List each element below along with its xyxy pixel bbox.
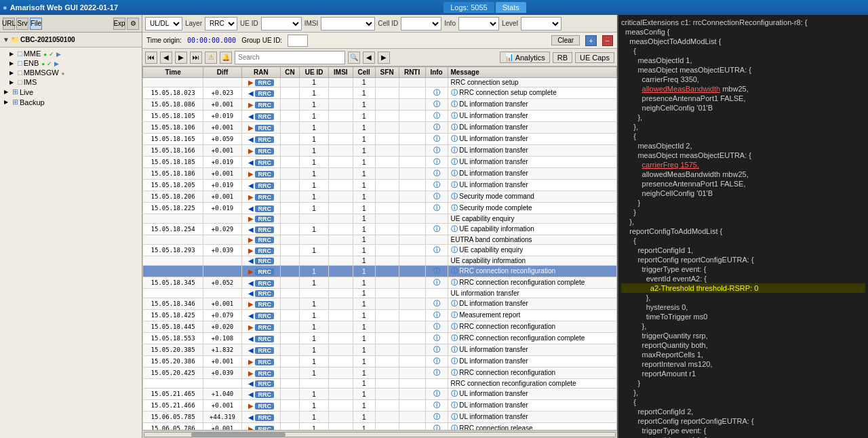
cell-cell: 1: [353, 145, 375, 157]
cell-info: ⓘ: [425, 99, 448, 111]
nav-warn-btn[interactable]: ⚠: [205, 52, 217, 64]
cell-message: ⓘ DL information transfer: [448, 168, 616, 180]
ue-id-select[interactable]: [261, 17, 302, 31]
table-row[interactable]: 15.05.18.293 +0.039 ▶ RRC 1 1 ⓘ ⓘ UE cap…: [143, 245, 617, 256]
sidebar-item-mbmsgw[interactable]: ▶ □ MBMSGW ●: [1, 68, 140, 77]
tree-expand-icon[interactable]: ▼: [3, 36, 9, 43]
sidebar-item-live[interactable]: ▶ ⊞ Live: [1, 87, 140, 97]
table-row[interactable]: 15.05.21.466 +0.001 ▶ RRC 1 1 ⓘ ⓘ DL inf…: [143, 400, 617, 412]
rrc-badge: RRC: [255, 113, 274, 120]
nav-next-btn[interactable]: ▶: [175, 52, 187, 64]
cell-message: EUTRA band combinations: [448, 235, 616, 245]
detail-line: allowedMeasBandwidth mbw25,: [621, 170, 865, 179]
info-icon: ⓘ: [433, 300, 440, 307]
table-row[interactable]: 15.05.20.386 +0.001 ▶ RRC 1 1 ⓘ ⓘ DL inf…: [143, 356, 617, 367]
table-row[interactable]: 15.05.18.185 +0.019 ◀ RRC 1 1 ⓘ ⓘ UL inf…: [143, 157, 617, 168]
sidebar-btn-url[interactable]: URL: [3, 18, 15, 30]
table-row[interactable]: 15.05.18.206 +0.001 ▶ RRC 1 1 ⓘ ⓘ Securi…: [143, 191, 617, 203]
cell-diff: +0.001: [203, 122, 242, 134]
nav-first-btn[interactable]: ⏮: [145, 52, 157, 64]
cell-imsi: [329, 145, 353, 157]
nav-prev-btn[interactable]: ◀: [160, 52, 172, 64]
cell-id-select[interactable]: [401, 17, 441, 31]
table-row[interactable]: 15.05.18.425 +0.079 ◀ RRC 1 1 ⓘ ⓘ Measur…: [143, 310, 617, 321]
sidebar-btn-file[interactable]: File: [30, 18, 42, 30]
cell-rnti: [399, 310, 425, 321]
table-row[interactable]: ▶ RRC 1 UE capability enquiry: [143, 214, 617, 224]
table-row[interactable]: ▶ RRC 1 EUTRA band combinations: [143, 235, 617, 245]
tab-stats[interactable]: Stats: [496, 2, 526, 13]
table-row[interactable]: ◀ RRC 1 UL information transfer: [143, 289, 617, 298]
info-select[interactable]: [458, 17, 499, 31]
cell-message: ⓘ RRC connection reconfiguration: [448, 266, 616, 277]
table-row[interactable]: 15.05.18.254 +0.029 ◀ RRC 1 1 ⓘ ⓘ UE cap…: [143, 224, 617, 235]
cell-imsi: [329, 344, 353, 356]
nav-prev2-btn[interactable]: ◀: [363, 52, 375, 64]
sidebar-btn-settings[interactable]: ⚙: [127, 18, 139, 30]
clear-button[interactable]: Clear: [551, 35, 580, 45]
h-scrollbar[interactable]: [144, 432, 616, 437]
table-row[interactable]: 15.05.21.465 +1.040 ◀ RRC 1 1 ⓘ ⓘ UL inf…: [143, 389, 617, 400]
detail-line: allowedMeasBandwidth mbw25,: [621, 84, 865, 94]
table-row[interactable]: 15.06.05.785 +44.319 ◀ RRC 1 1 ⓘ ⓘ UL in…: [143, 412, 617, 423]
table-row[interactable]: 15.05.18.106 +0.001 ▶ RRC 1 1 ⓘ ⓘ DL inf…: [143, 122, 617, 134]
sidebar-btn-export[interactable]: Exp: [113, 18, 125, 30]
nav-next2-btn[interactable]: ▶: [378, 52, 390, 64]
sidebar-item-mme[interactable]: ▶ □ MME ● ✓ ▶: [1, 49, 140, 58]
table-row[interactable]: 15.05.18.186 +0.001 ▶ RRC 1 1 ⓘ ⓘ DL inf…: [143, 168, 617, 180]
table-row[interactable]: ▶ RRC 1 1 RRC connection setup: [143, 78, 617, 87]
search-icon-btn[interactable]: 🔍: [348, 52, 360, 64]
detail-line: maxReportCells 1,: [621, 350, 865, 359]
cell-cn: [280, 379, 299, 389]
cell-diff: +0.001: [203, 400, 242, 412]
table-row[interactable]: 15.05.18.166 +0.001 ▶ RRC 1 1 ⓘ ⓘ DL inf…: [143, 145, 617, 157]
sidebar-item-enb[interactable]: ▶ □ ENB ● ✓ ▶: [1, 58, 140, 68]
sidebar-item-ims[interactable]: ▶ □ IMS: [1, 77, 140, 87]
table-row[interactable]: 15.05.18.086 +0.001 ▶ RRC 1 1 ⓘ ⓘ DL inf…: [143, 99, 617, 111]
table-row[interactable]: 15.05.18.205 +0.019 ◀ RRC 1 1 ⓘ ⓘ UL inf…: [143, 180, 617, 191]
tab-logs[interactable]: Logs: 5055: [443, 2, 494, 13]
nav-last-btn[interactable]: ⏭: [190, 52, 202, 64]
search-input[interactable]: [235, 51, 345, 64]
cell-ue: 1: [300, 180, 329, 191]
detail-line: triggerQuantity rsrp,: [621, 331, 865, 340]
detail-line: {: [621, 46, 865, 56]
cell-cn: [280, 423, 299, 431]
table-row[interactable]: 15.05.18.225 +0.019 ◀ RRC 1 1 ⓘ ⓘ Securi…: [143, 203, 617, 214]
table-row[interactable]: 15.05.18.345 +0.052 ◀ RRC 1 1 ⓘ ⓘ RRC co…: [143, 277, 617, 289]
mode-select[interactable]: UL/DL: [145, 17, 182, 31]
add-button[interactable]: +: [585, 35, 596, 46]
imsi-select[interactable]: [321, 17, 375, 31]
table-row[interactable]: 15.05.18.105 +0.019 ◀ RRC 1 1 ⓘ ⓘ UL inf…: [143, 111, 617, 122]
rb-btn[interactable]: RB: [553, 52, 572, 63]
sidebar-btn-server[interactable]: Srv: [16, 18, 28, 30]
info-icon: ⓘ: [451, 267, 458, 275]
table-row[interactable]: 15.05.18.023 +0.023 ◀ RRC 1 1 ⓘ ⓘ RRC co…: [143, 87, 617, 99]
cell-ue: 1: [300, 400, 329, 412]
table-row[interactable]: ▶ RRC 1 1 ⓘ ⓘ RRC connection reconfigura…: [143, 266, 617, 277]
table-row[interactable]: 15.05.20.425 +0.039 ▶ RRC 1 1 ⓘ ⓘ RRC co…: [143, 367, 617, 379]
log-table-container[interactable]: Time Diff RAN CN UE ID IMSI Cell SFN RNT…: [142, 66, 617, 430]
level-select[interactable]: [521, 17, 561, 31]
info-icon: ⓘ: [451, 123, 458, 131]
sidebar-item-backup[interactable]: ▶ ⊞ Backup: [1, 97, 140, 107]
detail-line: },: [621, 293, 865, 302]
group-ue-input[interactable]: [288, 35, 308, 47]
table-row[interactable]: 15.06.05.786 +0.001 ▶ RRC 1 1 ⓘ ⓘ RRC co…: [143, 423, 617, 431]
analytics-btn[interactable]: 📊 Analytics: [500, 52, 550, 63]
rrc-badge: RRC: [255, 247, 274, 254]
ue-caps-btn[interactable]: UE Caps: [575, 52, 614, 63]
table-row[interactable]: 15.05.18.346 +0.001 ▶ RRC 1 1 ⓘ ⓘ DL inf…: [143, 298, 617, 310]
info-icon: ⓘ: [433, 146, 440, 154]
highlight-span: allowedMeasBandwidth: [642, 85, 721, 93]
layer-select[interactable]: RRC: [205, 17, 237, 31]
table-row[interactable]: 15.05.18.445 +0.020 ▶ RRC 1 1 ⓘ ⓘ RRC co…: [143, 321, 617, 333]
table-row[interactable]: 15.05.20.385 +1.832 ◀ RRC 1 1 ⓘ ⓘ UL inf…: [143, 344, 617, 356]
table-row[interactable]: ◀ RRC 1 RRC connection reconfiguration c…: [143, 379, 617, 389]
table-row[interactable]: 15.05.18.165 +0.059 ◀ RRC 1 1 ⓘ ⓘ UL inf…: [143, 134, 617, 145]
table-row[interactable]: 15.05.18.553 +0.108 ◀ RRC 1 1 ⓘ ⓘ RRC co…: [143, 333, 617, 344]
remove-button[interactable]: −: [602, 35, 613, 46]
arrow-right-icon: ▶: [248, 268, 254, 275]
nav-info-btn[interactable]: 🔔: [220, 52, 232, 64]
table-row[interactable]: ◀ RRC 1 UE capability information: [143, 256, 617, 266]
